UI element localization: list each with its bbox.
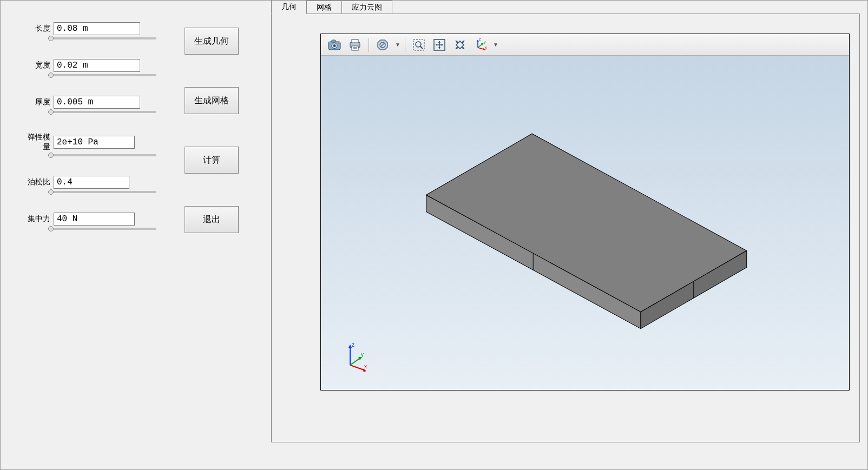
length-label: 长度 [22, 24, 50, 34]
length-slider[interactable] [48, 37, 156, 39]
orientation-triad: z x y [344, 342, 371, 374]
length-input[interactable] [54, 22, 140, 35]
svg-text:y: y [484, 40, 486, 44]
svg-rect-6 [352, 39, 358, 43]
no-symbol-icon[interactable] [373, 36, 392, 54]
tab-geometry[interactable]: 几何 [271, 0, 307, 14]
dropdown-caret-icon[interactable]: ▼ [493, 42, 498, 48]
svg-line-15 [420, 46, 423, 49]
param-force: 集中力 [22, 213, 157, 231]
zoom-extents-icon[interactable] [451, 36, 469, 54]
tab-mesh[interactable]: 网格 [306, 1, 342, 14]
thickness-input[interactable] [54, 96, 140, 109]
viewport-3d[interactable]: z x y [321, 56, 849, 390]
slab-geometry [321, 56, 849, 390]
dropdown-caret-icon[interactable]: ▼ [395, 42, 400, 48]
triad-z-label: z [352, 342, 354, 348]
print-icon[interactable] [346, 36, 364, 54]
poisson-label: 泊松比 [22, 177, 50, 187]
width-input[interactable] [54, 59, 140, 72]
toolbar-separator [405, 38, 405, 52]
axes-orient-icon[interactable]: z y x [471, 36, 490, 54]
poisson-slider[interactable] [48, 191, 156, 193]
triad-y-label: y [361, 352, 364, 358]
thickness-slider[interactable] [48, 111, 156, 113]
generate-mesh-button[interactable]: 生成网格 [185, 87, 239, 114]
parameters-column: 长度 宽度 厚度 [22, 22, 157, 459]
param-emod: 弹性模量 [22, 133, 157, 157]
svg-text:x: x [485, 45, 487, 49]
param-poisson: 泊松比 [22, 176, 157, 194]
width-label: 宽度 [22, 61, 50, 70]
force-input[interactable] [54, 213, 135, 226]
param-width: 宽度 [22, 59, 157, 77]
svg-text:z: z [479, 38, 481, 41]
width-slider[interactable] [48, 74, 156, 76]
force-slider[interactable] [48, 228, 156, 230]
force-label: 集中力 [22, 214, 50, 224]
generate-geometry-button[interactable]: 生成几何 [185, 28, 239, 55]
svg-rect-7 [352, 46, 358, 50]
tab-bar: 几何 网格 应力云图 [271, 1, 860, 14]
emod-slider[interactable] [48, 154, 156, 156]
emod-input[interactable] [54, 136, 135, 149]
param-thickness: 厚度 [22, 96, 157, 114]
viewport-frame: ▼ [320, 34, 850, 390]
compute-button[interactable]: 计算 [185, 147, 239, 174]
zoom-box-icon[interactable] [410, 36, 428, 54]
poisson-input[interactable] [54, 176, 129, 189]
camera-icon[interactable] [325, 36, 344, 54]
left-panel: 长度 宽度 厚度 [1, 1, 271, 469]
svg-point-3 [333, 44, 336, 47]
svg-point-4 [338, 43, 339, 44]
action-buttons: 生成几何 生成网格 计算 退出 [185, 22, 239, 459]
svg-rect-1 [332, 40, 336, 42]
tab-content: ▼ [271, 14, 860, 442]
app-window: 长度 宽度 厚度 [0, 0, 868, 470]
toolbar-separator [369, 38, 369, 52]
viewport-toolbar: ▼ [321, 34, 849, 56]
thickness-label: 厚度 [22, 97, 50, 107]
right-panel: 几何 网格 应力云图 [271, 1, 867, 469]
fit-view-icon[interactable] [430, 36, 449, 54]
triad-x-label: x [364, 363, 367, 369]
exit-button[interactable]: 退出 [185, 206, 239, 233]
tab-contour[interactable]: 应力云图 [341, 1, 392, 14]
emod-label: 弹性模量 [22, 133, 50, 152]
param-length: 长度 [22, 22, 157, 41]
main-area: 长度 宽度 厚度 [1, 1, 867, 469]
